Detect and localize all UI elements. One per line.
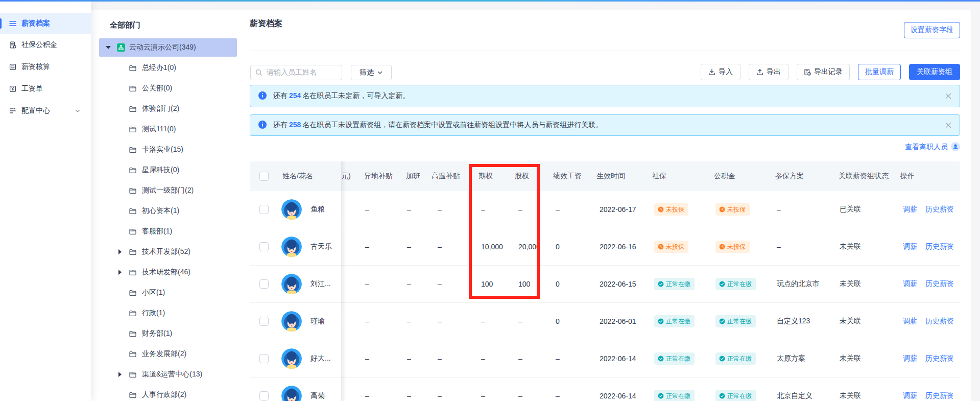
tree-node[interactable]: 初心资本(1) (99, 202, 237, 220)
adjust-salary-link[interactable]: 调薪 (903, 354, 917, 362)
history-salary-link[interactable]: 历史薪资 (925, 242, 954, 250)
adjust-salary-link[interactable]: 调薪 (903, 317, 917, 325)
tree-node[interactable]: 渠道&运营中心(13) (99, 365, 237, 384)
column-header-overtime[interactable]: 加班 (406, 172, 420, 181)
status-badge: 正常在缴 (715, 390, 756, 401)
row-checkbox[interactable] (259, 317, 269, 326)
row-checkbox[interactable] (259, 279, 269, 289)
history-salary-link[interactable]: 历史薪资 (925, 391, 954, 399)
cell-performance: – (556, 205, 560, 214)
caret-right-icon[interactable] (118, 270, 122, 275)
cell-plan: 太原方案 (777, 354, 805, 363)
status-badge: 正常在缴 (654, 315, 695, 327)
cell-group-status: 已关联 (840, 205, 861, 214)
caret-right-icon[interactable] (118, 372, 122, 377)
history-salary-link[interactable]: 历史薪资 (925, 317, 954, 325)
adjust-salary-link[interactable]: 调薪 (903, 279, 917, 288)
search-input[interactable]: 请输入员工姓名 (250, 65, 342, 80)
tree-node[interactable]: 技术研发部(46) (99, 263, 237, 281)
tree-node[interactable]: 技术开发部(52) (99, 243, 237, 261)
sidebar-item-social-fund[interactable]: 社保公积金 (0, 35, 91, 55)
tree-node[interactable]: 卡洛实业(15) (99, 140, 237, 159)
cell-group-status: 未关联 (840, 279, 861, 289)
bulk-adjust-salary-button[interactable]: 批量调薪 (858, 64, 901, 80)
tree-node[interactable]: 财务部(1) (99, 324, 237, 343)
close-icon[interactable] (944, 92, 952, 100)
column-header-equity[interactable]: 股权 (515, 172, 529, 181)
tree-node[interactable]: 公关部(0) (99, 79, 237, 98)
column-header-effective-date[interactable]: 生效时间 (596, 172, 625, 181)
tree-node[interactable]: 行政(1) (99, 304, 237, 322)
column-header-salary-truncated[interactable]: 元) (341, 172, 351, 181)
column-header-fund[interactable]: 公积金 (714, 172, 735, 181)
cell-fund: 正常在缴 (715, 390, 756, 401)
badge-label: 正常在缴 (727, 392, 752, 400)
column-header-remote-allowance[interactable]: 异地补贴 (364, 172, 393, 181)
tree-node[interactable]: 业务发展部(2) (99, 345, 237, 363)
sidebar-item-label: 工资单 (21, 84, 43, 93)
settings-salary-fields-button[interactable]: 设置薪资字段 (904, 22, 960, 38)
tree-node-company[interactable]: 云动云演示公司(349) (99, 38, 237, 57)
column-header-performance[interactable]: 绩效工资 (553, 172, 582, 181)
cell-performance: – (556, 355, 560, 363)
filter-button[interactable]: 筛选 (351, 65, 392, 80)
export-records-button[interactable]: 导出记录 (797, 64, 850, 80)
main-content: 薪资档案 设置薪资字段 请输入员工姓名 筛选 导入 导出 导出记录 批量调薪 关… (250, 10, 960, 401)
cell-heat: – (438, 317, 442, 325)
tree-node[interactable]: 人事行政部(2) (99, 386, 237, 401)
table-body: 鱼粮 – – – – – – 2022-06-17 未投保 未投保 – 已关联 … (250, 191, 960, 401)
cell-fund: 正常在缴 (715, 315, 756, 327)
tree-node[interactable]: 测试一级部门(2) (99, 181, 237, 200)
alert-suffix: 名在职员工未设置薪资组，请在薪资档案中设置或前往薪资组设置中将人员与薪资组进行关… (302, 121, 603, 129)
tree-node[interactable]: 客服部(1) (99, 222, 237, 241)
status-badge: 正常在缴 (715, 278, 756, 290)
tree-node-label: 业务发展部(2) (142, 349, 186, 359)
column-header-plan[interactable]: 参保方案 (775, 172, 804, 181)
caret-right-icon[interactable] (118, 249, 122, 254)
tree-node[interactable]: 小区(1) (99, 284, 237, 302)
caret-down-icon[interactable] (106, 46, 111, 49)
sidebar-item-payroll-calc[interactable]: 薪资核算 (0, 57, 91, 77)
badge-label: 正常在缴 (727, 355, 752, 363)
tree-node[interactable]: 体验部门(2) (99, 100, 237, 118)
column-header-social[interactable]: 社保 (652, 172, 666, 181)
row-checkbox[interactable] (259, 242, 269, 251)
column-header-name[interactable]: 姓名/花名 (282, 172, 313, 181)
adjust-salary-link[interactable]: 调薪 (903, 391, 917, 399)
export-button[interactable]: 导出 (749, 64, 788, 80)
row-checkbox[interactable] (259, 391, 269, 400)
sidebar-item-label: 薪资档案 (21, 19, 50, 28)
import-button[interactable]: 导入 (701, 64, 740, 80)
link-salary-group-button[interactable]: 关联薪资组 (909, 64, 960, 80)
adjust-salary-link[interactable]: 调薪 (903, 205, 917, 213)
history-salary-link[interactable]: 历史薪资 (925, 354, 954, 362)
tree-node[interactable]: 测试111(0) (99, 120, 237, 138)
tree-node-label: 测试一级部门(2) (142, 186, 194, 195)
column-header-heat-allowance[interactable]: 高温补贴 (432, 172, 460, 181)
column-header-group-status[interactable]: 关联薪资组状态 (839, 172, 889, 181)
button-label: 导出记录 (814, 67, 843, 77)
row-checkbox[interactable] (259, 205, 269, 214)
row-checkbox[interactable] (259, 354, 269, 363)
cell-overtime: – (407, 243, 411, 251)
select-all-checkbox[interactable] (259, 172, 269, 181)
cell-effective-date: 2022-06-17 (600, 205, 636, 214)
tree-node[interactable]: 总经办1(0) (99, 59, 237, 77)
cell-actions: 调薪历史薪资 (903, 279, 954, 289)
column-header-actions[interactable]: 操作 (900, 172, 915, 181)
close-icon[interactable] (944, 121, 952, 129)
sidebar-item-config-center[interactable]: 配置中心 (0, 101, 91, 121)
folder-icon (129, 350, 137, 358)
view-resigned-link[interactable]: 查看离职人员 (905, 142, 960, 152)
sidebar: 薪资档案 社保公积金 薪资核算 工资单 配置中心 (0, 2, 91, 401)
history-salary-link[interactable]: 历史薪资 (925, 279, 954, 288)
department-tree-panel: 全部部门 云动云演示公司(349) 总经办1(0) 公关部(0) 体验部门(2)… (91, 10, 250, 401)
adjust-salary-link[interactable]: 调薪 (903, 242, 917, 250)
chevron-down-icon (75, 107, 81, 115)
sidebar-item-payslip[interactable]: 工资单 (0, 79, 91, 99)
column-header-options[interactable]: 期权 (479, 172, 493, 181)
tree-node[interactable]: 星犀科技(0) (99, 161, 237, 179)
sidebar-item-salary-archive[interactable]: 薪资档案 (0, 13, 91, 34)
status-badge: 正常在缴 (654, 278, 695, 290)
history-salary-link[interactable]: 历史薪资 (925, 205, 954, 213)
